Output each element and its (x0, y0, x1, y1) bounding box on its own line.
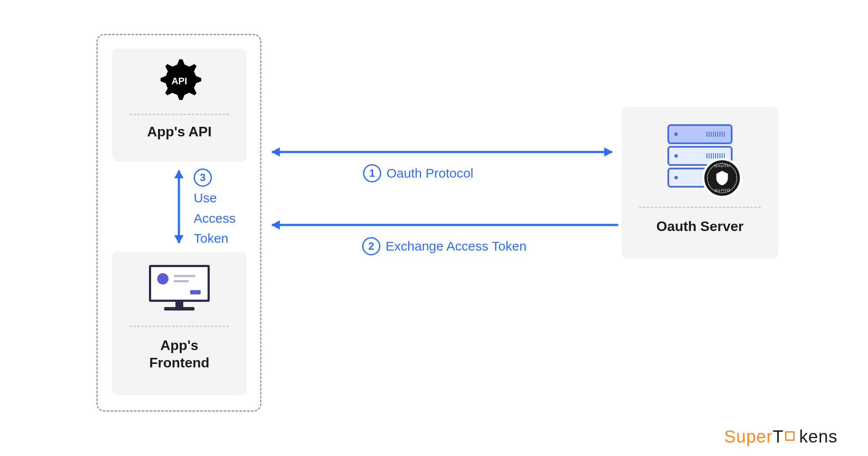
arrow-oauth-protocol (264, 143, 620, 161)
oauth-server-node: OAUTH OAUTH Oauth Server (622, 107, 778, 259)
svg-marker-6 (272, 221, 280, 229)
annot-step2: 2 Exchange Access Token (362, 237, 527, 255)
diagram-canvas: API App's API App's Frontend (0, 0, 868, 456)
oauth-server-label: Oauth Server (622, 218, 778, 235)
svg-text:API: API (172, 76, 187, 86)
svg-marker-3 (272, 148, 280, 156)
divider (639, 207, 761, 208)
step-text-1: Oauth Protocol (386, 166, 473, 181)
apps-api-node: API App's API (112, 49, 247, 162)
apps-frontend-label: App's Frontend (112, 337, 247, 371)
apps-frontend-node: App's Frontend (112, 252, 247, 395)
apps-api-label: App's API (112, 123, 247, 140)
api-gear-icon: API (112, 49, 247, 114)
supertokens-watermark: SuperT kens (724, 427, 838, 446)
arrow-use-access-token (170, 162, 188, 251)
divider (129, 326, 229, 327)
server-stack-icon: OAUTH OAUTH (622, 107, 778, 207)
arrow-exchange-token (264, 216, 620, 234)
annot-step3: 3 Use Access Token (194, 169, 236, 248)
step-text-3b: Access (194, 210, 236, 228)
step-number-3: 3 (194, 169, 212, 187)
svg-marker-9 (175, 235, 183, 243)
oauth-badge-icon: OAUTH OAUTH (702, 158, 742, 198)
step-text-2: Exchange Access Token (386, 239, 527, 254)
step-number-2: 2 (362, 237, 380, 255)
step-number-1: 1 (363, 164, 381, 182)
svg-marker-8 (175, 170, 183, 178)
annot-step1: 1 Oauth Protocol (363, 164, 473, 182)
step-text-3a: Use (194, 189, 217, 207)
monitor-icon (112, 252, 247, 326)
divider (129, 114, 229, 115)
svg-marker-4 (604, 148, 612, 156)
step-text-3c: Token (194, 230, 228, 248)
